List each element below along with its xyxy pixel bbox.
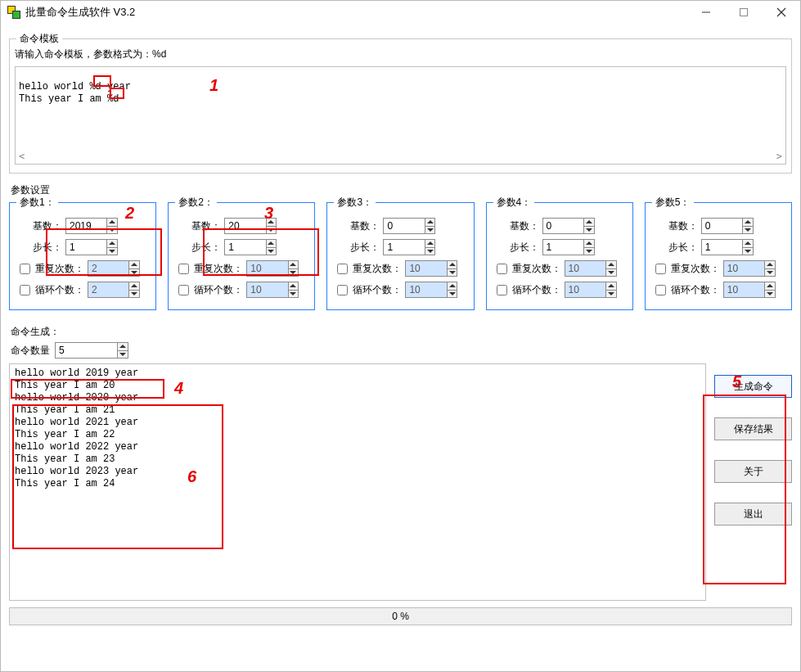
param-4-repeat-label: 重复次数： [512, 262, 561, 276]
param-2-step-value[interactable] [225, 240, 265, 255]
minimize-button[interactable] [687, 1, 725, 24]
generate-button[interactable]: 生成命令 [714, 375, 792, 398]
param-5-base-input[interactable] [701, 218, 754, 234]
param-2-loop-label: 循环个数： [194, 283, 243, 297]
param-1-step-value[interactable] [66, 240, 106, 255]
exit-button[interactable]: 退出 [714, 503, 792, 525]
param-1-repeat-value [88, 261, 128, 276]
svg-rect-1 [740, 9, 748, 16]
param-3-loop-label: 循环个数： [353, 283, 402, 297]
param-1-step-label: 步长： [16, 241, 62, 255]
template-hint: 请输入命令模板，参数格式为：%d [10, 39, 791, 65]
param-4-loop-input [565, 282, 617, 298]
scroll-right-icon[interactable]: > [776, 151, 782, 162]
param-5-step-input[interactable] [701, 239, 754, 255]
template-hscroll[interactable]: < > [19, 151, 782, 162]
param-3-step-label: 步长： [334, 241, 380, 255]
param-3-repeat-value [406, 261, 446, 276]
param-3-base-value[interactable] [384, 219, 424, 233]
params-section-label: 参数设置 [9, 180, 792, 197]
param-box-2: 参数2： 基数： 步长： 重复次数： [168, 202, 315, 310]
param-3-loop-check[interactable] [337, 285, 348, 295]
param-5-step-label: 步长： [652, 241, 698, 255]
param-3-base-label: 基数： [334, 219, 380, 233]
titlebar: 批量命令生成软件 V3.2 [1, 1, 800, 24]
param-2-repeat-label: 重复次数： [194, 262, 243, 276]
param-2-base-input[interactable] [224, 218, 277, 234]
param-4-base-value[interactable] [543, 219, 583, 233]
param-4-loop-label: 循环个数： [512, 283, 561, 297]
params-row: 参数1： 基数： 步长： 重复次数： [9, 202, 792, 310]
param-3-repeat-input [405, 260, 457, 277]
about-button[interactable]: 关于 [714, 460, 792, 483]
maximize-button[interactable] [725, 1, 763, 24]
param-1-loop-value [88, 282, 128, 297]
param-5-base-value[interactable] [702, 219, 742, 233]
param-4-repeat-input [565, 260, 617, 277]
param-1-loop-check[interactable] [20, 285, 30, 295]
tmpl-line2-a: This year I am [19, 93, 107, 105]
param-2-step-input[interactable] [224, 239, 277, 255]
param-5-loop-value [724, 282, 764, 297]
count-label: 命令数量 [11, 344, 50, 358]
param-4-step-value[interactable] [543, 240, 583, 255]
param-3-loop-input [405, 282, 457, 298]
param-box-1: 参数1： 基数： 步长： 重复次数： [9, 202, 156, 310]
param-1-base-value[interactable] [66, 219, 106, 233]
count-input[interactable] [55, 342, 128, 359]
param-5-loop-label: 循环个数： [671, 283, 720, 297]
param-4-step-label: 步长： [493, 241, 539, 255]
tmpl-line1-a: hello world [19, 81, 89, 92]
param-3-repeat-check[interactable] [337, 264, 348, 274]
param-4-repeat-check[interactable] [497, 264, 507, 274]
param-1-base-label: 基数： [16, 219, 62, 233]
param-box-5: 参数5： 基数： 步长： 重复次数： [645, 202, 792, 310]
spin-up-icon[interactable] [107, 219, 117, 226]
param-1-step-input[interactable] [65, 239, 118, 255]
param-3-step-input[interactable] [383, 239, 435, 255]
param-4-base-input[interactable] [542, 218, 595, 234]
progress-text: 0 % [392, 611, 409, 622]
param-5-loop-input [723, 282, 776, 298]
tmpl-line2-b: %d [107, 93, 119, 105]
close-button[interactable] [763, 1, 800, 24]
param-4-loop-value [565, 282, 605, 297]
param-1-repeat-check[interactable] [20, 264, 30, 274]
param-5-repeat-input [723, 260, 776, 277]
param-4-legend: 参数4： [493, 196, 535, 210]
template-input[interactable]: hello world %d year This year I am %d < … [15, 66, 786, 165]
output-area: hello world 2019 year This year I am 20 … [9, 363, 792, 601]
param-5-base-label: 基数： [652, 219, 698, 233]
generate-section-label: 命令生成： [9, 325, 792, 339]
param-5-loop-check[interactable] [655, 285, 666, 295]
count-row: 命令数量 [9, 342, 792, 359]
param-4-loop-check[interactable] [497, 285, 507, 295]
param-5-repeat-value [724, 261, 764, 276]
count-value[interactable] [56, 343, 117, 358]
side-buttons: 生成命令 保存结果 关于 退出 [714, 363, 792, 525]
param-5-step-value[interactable] [702, 240, 742, 255]
param-3-repeat-label: 重复次数： [353, 262, 402, 276]
scroll-left-icon[interactable]: < [19, 151, 25, 162]
save-button[interactable]: 保存结果 [714, 417, 792, 440]
param-4-step-input[interactable] [542, 239, 595, 255]
spin-down-icon[interactable] [107, 226, 117, 234]
template-group-label: 命令模板 [16, 32, 62, 46]
param-box-4: 参数4： 基数： 步长： 重复次数： [486, 202, 633, 310]
param-2-repeat-input [246, 260, 299, 277]
param-2-base-label: 基数： [175, 219, 221, 233]
param-5-legend: 参数5： [652, 196, 694, 210]
param-5-repeat-check[interactable] [655, 264, 666, 274]
param-1-base-input[interactable] [65, 218, 118, 234]
generate-section: 命令生成： 命令数量 hello world 2019 year This ye… [9, 325, 792, 625]
param-2-repeat-check[interactable] [178, 264, 189, 274]
param-2-loop-check[interactable] [178, 285, 189, 295]
param-3-base-input[interactable] [383, 218, 435, 234]
param-2-step-label: 步长： [175, 241, 221, 255]
output-text[interactable]: hello world 2019 year This year I am 20 … [9, 363, 706, 601]
window-controls [687, 1, 800, 24]
param-3-step-value[interactable] [384, 240, 424, 255]
tmpl-line1-b: %d [89, 81, 107, 92]
param-1-repeat-input [88, 260, 140, 277]
param-2-base-value[interactable] [225, 219, 265, 233]
